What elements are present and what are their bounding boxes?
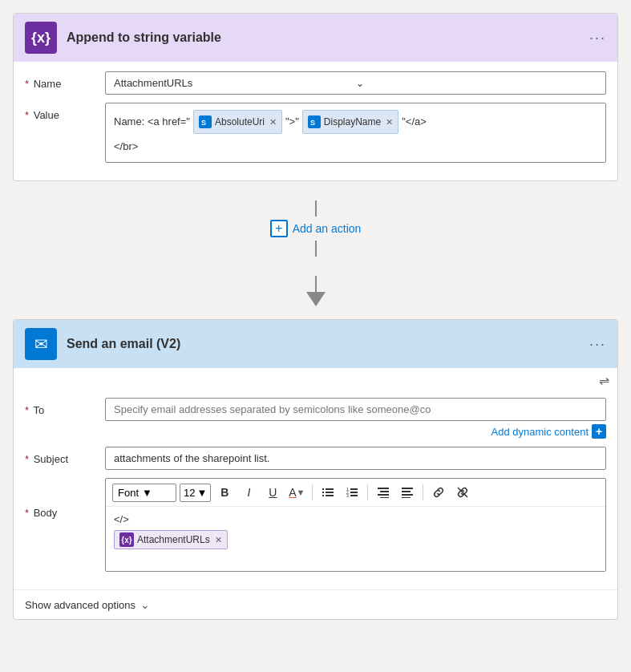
number-list-icon: 1.2.3. bbox=[346, 487, 358, 498]
svg-rect-9 bbox=[350, 488, 358, 490]
svg-rect-3 bbox=[326, 488, 334, 490]
svg-text:3.: 3. bbox=[346, 493, 350, 498]
transfer-icon-row: ⇌ bbox=[14, 368, 617, 388]
add-dynamic-label: Add dynamic content bbox=[491, 426, 589, 438]
number-list-button[interactable]: 1.2.3. bbox=[342, 482, 362, 503]
value-field-content: Name: <a href=" S AbsoluteUri ✕ ">" S bbox=[114, 110, 597, 134]
send-email-icon: ✉ bbox=[25, 328, 57, 360]
to-input[interactable] bbox=[105, 398, 606, 421]
advanced-options-chevron: ⌄ bbox=[140, 598, 150, 611]
svg-rect-7 bbox=[326, 495, 334, 496]
arrow-down-container bbox=[13, 269, 618, 319]
font-dropdown[interactable]: Font ▼ bbox=[112, 484, 176, 502]
token-label-2: DisplayName bbox=[324, 112, 381, 132]
arrow-head bbox=[306, 292, 326, 306]
append-card-menu[interactable]: ··· bbox=[589, 30, 606, 47]
send-email-title: Send an email (V2) bbox=[67, 337, 589, 351]
svg-rect-6 bbox=[322, 495, 324, 496]
subject-row: * Subject bbox=[25, 447, 606, 470]
name-row: * Name AttachmentURLs ⌄ bbox=[25, 71, 606, 95]
add-action-button[interactable]: + Add an action bbox=[264, 217, 368, 241]
value-text-3: "</a> bbox=[402, 111, 427, 132]
add-action-label: Add an action bbox=[293, 222, 362, 235]
add-dynamic-plus-icon: + bbox=[592, 424, 606, 439]
variable-icon: {x} bbox=[31, 30, 51, 47]
value-text-1: Name: <a href=" bbox=[114, 111, 190, 132]
var-icon: {x} bbox=[119, 532, 134, 547]
body-content-area[interactable]: </> {x} AttachmentURLs ✕ bbox=[106, 507, 605, 571]
advanced-options-label: Show advanced options bbox=[25, 599, 136, 611]
body-code-tag: </> bbox=[114, 513, 597, 525]
body-label: * Body bbox=[25, 478, 105, 519]
svg-rect-2 bbox=[322, 488, 324, 490]
display-name-token[interactable]: S DisplayName ✕ bbox=[302, 110, 398, 134]
toolbar-sep-1 bbox=[312, 484, 313, 500]
svg-text:S: S bbox=[201, 119, 206, 127]
value-row: * Value Name: <a href=" S AbsoluteUri ✕ bbox=[25, 103, 606, 163]
add-dynamic-button[interactable]: Add dynamic content + bbox=[491, 424, 606, 439]
attachment-token-close[interactable]: ✕ bbox=[215, 535, 222, 545]
link-icon bbox=[432, 486, 445, 499]
svg-text:S: S bbox=[310, 119, 315, 127]
append-card-body: * Name AttachmentURLs ⌄ * Value Name: <a… bbox=[14, 62, 617, 180]
token-close-1[interactable]: ✕ bbox=[269, 113, 277, 131]
svg-rect-4 bbox=[322, 492, 324, 493]
bold-button[interactable]: B bbox=[214, 482, 235, 503]
svg-rect-15 bbox=[380, 491, 389, 492]
value-newline: </br> bbox=[114, 137, 597, 156]
attachment-token-label: AttachmentURLs bbox=[137, 534, 210, 545]
svg-rect-19 bbox=[402, 491, 411, 492]
token-close-2[interactable]: ✕ bbox=[386, 113, 393, 131]
value-field[interactable]: Name: <a href=" S AbsoluteUri ✕ ">" S bbox=[105, 103, 606, 163]
body-row: * Body Font ▼ 12 ▼ B bbox=[25, 478, 606, 572]
font-dropdown-arrow: ▼ bbox=[142, 487, 152, 499]
absolute-uri-token[interactable]: S AbsoluteUri ✕ bbox=[193, 110, 282, 134]
bullet-list-button[interactable] bbox=[318, 482, 338, 503]
outlook-icon: ✉ bbox=[34, 334, 48, 354]
unlink-icon bbox=[456, 486, 469, 499]
token-label-1: AbsoluteUri bbox=[215, 112, 265, 132]
font-size-dropdown[interactable]: 12 ▼ bbox=[180, 484, 211, 502]
connector-line-top bbox=[315, 200, 317, 217]
append-card-header: {x} Append to string variable ··· bbox=[14, 14, 617, 62]
transfer-icon: ⇌ bbox=[599, 373, 609, 388]
indent-right-button[interactable] bbox=[397, 482, 418, 503]
toolbar-sep-3 bbox=[423, 484, 423, 500]
show-advanced-options[interactable]: Show advanced options ⌄ bbox=[14, 589, 617, 619]
italic-button[interactable]: I bbox=[238, 482, 259, 503]
svg-rect-17 bbox=[380, 497, 389, 498]
svg-rect-21 bbox=[402, 497, 411, 498]
underline-button[interactable]: U bbox=[262, 482, 283, 503]
unlink-button[interactable] bbox=[452, 482, 473, 503]
font-size-value: 12 bbox=[184, 487, 195, 499]
append-card-title: Append to string variable bbox=[67, 30, 589, 45]
body-editor: Font ▼ 12 ▼ B I U A ▼ bbox=[105, 478, 606, 572]
send-email-card: ✉ Send an email (V2) ··· ⇌ * To Add dyna… bbox=[13, 319, 618, 620]
link-button[interactable] bbox=[428, 482, 449, 503]
indent-left-button[interactable] bbox=[373, 482, 394, 503]
font-label: Font bbox=[118, 487, 139, 499]
indent-right-icon bbox=[402, 487, 413, 498]
svg-rect-5 bbox=[326, 492, 334, 493]
append-string-variable-card: {x} Append to string variable ··· * Name… bbox=[13, 13, 618, 181]
arrow-assembly bbox=[306, 276, 326, 306]
subject-label: * Subject bbox=[25, 447, 105, 465]
value-label: * Value bbox=[25, 103, 105, 121]
sp-icon-1: S bbox=[199, 115, 212, 128]
color-label: A bbox=[289, 486, 296, 499]
svg-rect-13 bbox=[350, 495, 358, 496]
to-control: Add dynamic content + bbox=[105, 398, 606, 439]
send-email-header: ✉ Send an email (V2) ··· bbox=[14, 320, 617, 368]
subject-input[interactable] bbox=[105, 447, 606, 470]
add-action-plus-icon: + bbox=[270, 220, 288, 237]
font-size-arrow: ▼ bbox=[196, 487, 207, 499]
font-color-button[interactable]: A ▼ bbox=[286, 482, 307, 503]
name-dropdown[interactable]: AttachmentURLs ⌄ bbox=[105, 71, 606, 95]
attachment-urls-token[interactable]: {x} AttachmentURLs ✕ bbox=[114, 530, 228, 549]
subject-control bbox=[105, 447, 606, 470]
value-text-2: ">" bbox=[285, 111, 299, 132]
send-email-menu[interactable]: ··· bbox=[589, 336, 606, 353]
name-label: * Name bbox=[25, 71, 105, 90]
bullet-list-icon bbox=[322, 487, 334, 498]
to-row: * To Add dynamic content + bbox=[25, 398, 606, 439]
